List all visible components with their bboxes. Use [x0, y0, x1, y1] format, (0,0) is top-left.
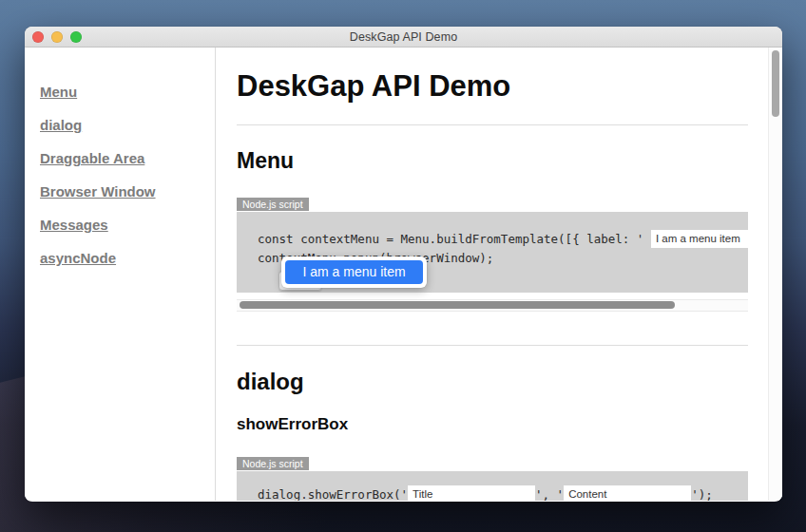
code-text-seg1: dialog.showErrorBox(' [258, 487, 408, 501]
vertical-scrollbar-thumb[interactable] [772, 50, 779, 117]
page-title: DeskGap API Demo [237, 70, 748, 103]
sidebar-item-browser-window[interactable]: Browser Window [40, 183, 156, 200]
sidebar-item-dialog[interactable]: dialog [40, 117, 82, 133]
horizontal-scrollbar-thumb[interactable] [240, 301, 675, 309]
code-block-label: Node.js script [237, 198, 309, 211]
dialog-section-heading: dialog [237, 369, 748, 394]
sidebar: Menu dialog Draggable Area Browser Windo… [25, 48, 216, 501]
code-block-label: Node.js script [237, 457, 309, 470]
deskgap-window: DeskGap API Demo Menu dialog Draggable A… [25, 27, 782, 502]
window-title: DeskGap API Demo [25, 30, 782, 44]
error-title-input[interactable] [408, 485, 535, 502]
desktop-wallpaper: DeskGap API Demo Menu dialog Draggable A… [0, 0, 806, 532]
sidebar-item-asyncnode[interactable]: asyncNode [40, 250, 116, 266]
code-text-seg2: ', ' [535, 487, 564, 501]
showerrorbox-heading: showErrorBox [237, 415, 748, 433]
context-menu-item[interactable]: I am a menu item [285, 260, 423, 284]
main-content: DeskGap API Demo Menu Node.js script con… [216, 48, 782, 501]
window-titlebar[interactable]: DeskGap API Demo [25, 27, 782, 48]
dialog-code: dialog.showErrorBox('', '');Run [237, 471, 748, 501]
menu-section-heading: Menu [237, 148, 748, 173]
sidebar-item-draggable-area[interactable]: Draggable Area [40, 150, 144, 166]
minimize-button[interactable] [51, 31, 63, 43]
error-content-input[interactable] [564, 485, 691, 502]
traffic-lights [32, 31, 82, 43]
dialog-code-block: Node.js script dialog.showErrorBox('', '… [237, 454, 748, 501]
divider [237, 124, 748, 125]
window-body: Menu dialog Draggable Area Browser Windo… [25, 48, 782, 501]
context-menu-popup: I am a menu item [281, 256, 427, 288]
sidebar-item-menu[interactable]: Menu [40, 84, 77, 100]
horizontal-scrollbar-track[interactable] [237, 299, 748, 312]
code-text-line1: const contextMenu = Menu.buildFromTempla… [258, 232, 651, 246]
zoom-button[interactable] [70, 31, 82, 43]
vertical-scrollbar-track[interactable] [768, 48, 782, 501]
divider [237, 345, 748, 346]
menu-label-input[interactable] [651, 230, 748, 248]
sidebar-item-messages[interactable]: Messages [40, 217, 108, 233]
code-text-seg3: '); [691, 487, 713, 501]
menu-code-block: Node.js script const contextMenu = Menu.… [237, 195, 748, 293]
close-button[interactable] [32, 31, 44, 43]
